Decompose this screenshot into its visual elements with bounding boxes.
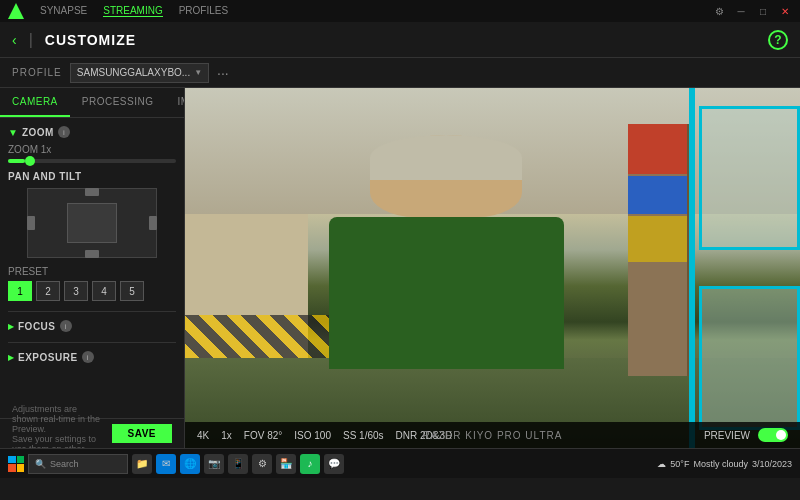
pan-tilt-section: PAN AND TILT [8, 171, 176, 258]
search-bar[interactable]: 🔍 Search [28, 454, 128, 474]
preset-button-1[interactable]: 1 [8, 281, 32, 301]
person-head [370, 135, 522, 217]
pan-tilt-bottom-handle[interactable] [85, 250, 99, 258]
focus-info-icon[interactable]: i [60, 320, 72, 332]
taskbar-browser-icon[interactable]: 🌐 [180, 454, 200, 474]
profile-bar: PROFILE SAMSUNGGALAXYBО... ▼ ··· [0, 58, 800, 88]
separator: | [29, 31, 33, 49]
save-bar: Adjustments are shown real-time in the P… [0, 418, 184, 448]
tab-processing[interactable]: PROCESSING [70, 88, 166, 117]
book2 [628, 176, 688, 214]
zoom-section-label: ZOOM [22, 127, 54, 138]
settings-icon[interactable]: ⚙ [712, 4, 726, 18]
search-label: Search [50, 459, 79, 469]
preview-bottom-bar: 4K 1x FOV 82° ISO 100 SS 1/60s DNR 2D&3D… [185, 422, 800, 448]
preview-toggle[interactable] [758, 428, 788, 442]
taskbar-right: ☁ 50°F Mostly cloudy 3/10/2023 [657, 459, 792, 469]
search-icon: 🔍 [35, 459, 46, 469]
window-pane-bottom [699, 286, 800, 430]
preset-section: PRESET 1 2 3 4 5 [8, 266, 176, 301]
sidebar-content: ▼ ZOOM i ZOOM 1x PAN AND TILT [0, 118, 184, 418]
profile-more-button[interactable]: ··· [217, 65, 229, 81]
book3 [628, 216, 688, 261]
exposure-arrow-icon: ▶ [8, 353, 14, 362]
back-button[interactable]: ‹ [12, 32, 17, 48]
taskbar-photos-icon[interactable]: 📷 [204, 454, 224, 474]
pan-tilt-left-handle[interactable] [27, 216, 35, 230]
win-icon-tl [8, 456, 16, 464]
sidebar: CAMERA PROCESSING IMAGE ▼ ZOOM i ZOOM 1x [0, 88, 185, 448]
exposure-section-header[interactable]: ▶ EXPOSURE i [8, 351, 176, 363]
page-title: CUSTOMIZE [45, 32, 136, 48]
pan-tilt-control[interactable] [27, 188, 157, 258]
camera-name-label: RAZER KIYO PRO ULTRA [423, 430, 563, 441]
top-bar: ‹ | CUSTOMIZE ? [0, 22, 800, 58]
exposure-label: EXPOSURE [18, 352, 78, 363]
stat-iso: ISO 100 [294, 430, 331, 441]
close-icon[interactable]: ✕ [778, 4, 792, 18]
zoom-slider-thumb[interactable] [25, 156, 35, 166]
taskbar-store-icon[interactable]: 🏪 [276, 454, 296, 474]
zoom-slider-track [8, 159, 176, 163]
nav-streaming[interactable]: STREAMING [103, 5, 162, 17]
taskbar-mail-icon[interactable]: ✉ [156, 454, 176, 474]
window-pane-top [699, 106, 800, 250]
bookshelf [628, 124, 690, 376]
stat-fov: FOV 82° [244, 430, 282, 441]
nav-synapse[interactable]: SYNAPSE [40, 5, 87, 17]
taskbar-extra-icon[interactable]: 💬 [324, 454, 344, 474]
tab-camera[interactable]: CAMERA [0, 88, 70, 117]
help-button[interactable]: ? [768, 30, 788, 50]
stat-4k: 4K [197, 430, 209, 441]
taskbar: 🔍 Search 📁 ✉ 🌐 📷 📱 ⚙ 🏪 ♪ 💬 ☁ 50°F Mostly… [0, 448, 800, 478]
maximize-icon[interactable]: □ [756, 4, 770, 18]
zoom-arrow-icon: ▼ [8, 127, 18, 138]
pan-tilt-label: PAN AND TILT [8, 171, 176, 182]
zoom-value-label: ZOOM 1x [8, 144, 176, 155]
taskbar-phone-icon[interactable]: 📱 [228, 454, 248, 474]
pan-tilt-right-handle[interactable] [149, 216, 157, 230]
profile-value: SAMSUNGGALAXYBО... [77, 67, 190, 78]
taskbar-spotify-icon[interactable]: ♪ [300, 454, 320, 474]
windows-icon[interactable] [8, 456, 24, 472]
title-bar: SYNAPSE STREAMING PROFILES ⚙ ─ □ ✕ [0, 0, 800, 22]
taskbar-settings-icon[interactable]: ⚙ [252, 454, 272, 474]
weather-label: Mostly cloudy [693, 459, 748, 469]
win-icon-bl [8, 464, 16, 472]
preset-button-3[interactable]: 3 [64, 281, 88, 301]
save-info-text: Adjustments are shown real-time in the P… [12, 404, 104, 449]
focus-label: FOCUS [18, 321, 56, 332]
preset-button-2[interactable]: 2 [36, 281, 60, 301]
profile-select[interactable]: SAMSUNGGALAXYBО... ▼ [70, 63, 209, 83]
title-bar-left: SYNAPSE STREAMING PROFILES [8, 3, 228, 19]
exposure-info-icon[interactable]: i [82, 351, 94, 363]
profile-dropdown-icon: ▼ [194, 68, 202, 77]
preset-button-4[interactable]: 4 [92, 281, 116, 301]
stat-zoom: 1x [221, 430, 232, 441]
weather-icon: ☁ [657, 459, 666, 469]
preset-button-5[interactable]: 5 [120, 281, 144, 301]
taskbar-file-icon[interactable]: 📁 [132, 454, 152, 474]
exposure-section: ▶ EXPOSURE i [8, 342, 176, 363]
zoom-slider[interactable] [8, 159, 176, 163]
zoom-section-header[interactable]: ▼ ZOOM i [8, 126, 176, 138]
tab-image[interactable]: IMAGE [165, 88, 185, 117]
razer-logo [8, 3, 24, 19]
pan-tilt-inner [67, 203, 117, 243]
preview-right-controls: PREVIEW [704, 428, 788, 442]
title-bar-nav: SYNAPSE STREAMING PROFILES [40, 5, 228, 17]
nav-profiles[interactable]: PROFILES [179, 5, 228, 17]
win-icon-tr [17, 456, 25, 464]
stat-ss: SS 1/60s [343, 430, 384, 441]
save-button[interactable]: SAVE [112, 424, 173, 443]
profile-label: PROFILE [12, 67, 62, 78]
camera-preview: 4K 1x FOV 82° ISO 100 SS 1/60s DNR 2D&3D… [185, 88, 800, 448]
person-hair [370, 135, 522, 180]
minimize-icon[interactable]: ─ [734, 4, 748, 18]
taskbar-left: 🔍 Search 📁 ✉ 🌐 📷 📱 ⚙ 🏪 ♪ 💬 [8, 454, 344, 474]
pan-tilt-top-handle[interactable] [85, 188, 99, 196]
zoom-info-icon[interactable]: i [58, 126, 70, 138]
focus-section-header[interactable]: ▶ FOCUS i [8, 320, 176, 332]
tab-nav: CAMERA PROCESSING IMAGE [0, 88, 184, 118]
preset-label: PRESET [8, 266, 176, 277]
